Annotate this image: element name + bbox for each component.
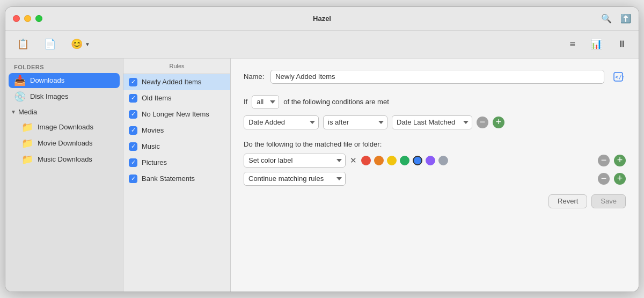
actions-section: Do the following to the matched file or … [244, 140, 626, 186]
color-dot-green[interactable] [400, 156, 409, 165]
add-rule-icon: 📄 [44, 38, 56, 50]
name-row: Name: </> [244, 69, 626, 84]
action-row-2: Continue matching rules Stop processing … [244, 172, 626, 186]
color-dot-blue[interactable] [413, 156, 422, 165]
color-dots [361, 156, 448, 165]
sidebar-item-movie-downloads-label: Movie Downloads [38, 139, 93, 147]
filter-icon: ≡ [569, 39, 575, 50]
rule-checkbox-movies[interactable]: ✓ [129, 126, 137, 135]
color-dot-orange[interactable] [374, 156, 384, 165]
add-folder-button[interactable]: 📋 [14, 36, 32, 52]
add-action-1-button[interactable]: + [614, 155, 626, 166]
conditions-suffix: of the following conditions are met [283, 98, 389, 106]
name-label: Name: [244, 72, 264, 81]
window-title: Hazel [313, 14, 331, 23]
match-type-select[interactable]: all any [252, 95, 279, 109]
rule-checkbox-newly-added[interactable]: ✓ [129, 78, 137, 86]
close-button[interactable] [13, 15, 20, 22]
sidebar-item-movie-downloads[interactable]: 📁 Movie Downloads [9, 136, 120, 151]
rule-item-music[interactable]: ✓ Music [123, 139, 230, 155]
rule-checkbox-old-items[interactable]: ✓ [129, 94, 137, 103]
sidebar-group-media-label: Media [18, 108, 37, 116]
titlebar-actions: 🔍 ⬆️ [601, 13, 631, 24]
share-icon[interactable]: ⬆️ [620, 13, 631, 24]
action-1-select[interactable]: Set color label Move to Folder Copy to F… [244, 154, 346, 168]
downloads-folder-icon: 📥 [14, 76, 26, 85]
script-icon-button[interactable]: </> [611, 69, 626, 84]
main-content: Folders 📥 Downloads 💿 Disk Images ▼ Medi… [5, 59, 639, 292]
rule-checkbox-pictures[interactable]: ✓ [129, 158, 137, 167]
rule-item-old-items[interactable]: ✓ Old Items [123, 90, 230, 106]
sidebar-group-media[interactable]: ▼ Media [5, 105, 123, 119]
add-action-2-button[interactable]: + [614, 173, 626, 185]
color-dot-purple[interactable] [426, 156, 435, 165]
rule-label-bank-statements: Bank Statements [142, 175, 195, 183]
actions-section-label: Do the following to the matched file or … [244, 140, 626, 148]
search-icon[interactable]: 🔍 [601, 13, 612, 24]
name-input[interactable] [270, 70, 604, 84]
pause-button[interactable]: ⏸ [614, 37, 630, 52]
if-label: If [244, 98, 247, 106]
rule-label-movies: Movies [142, 126, 164, 134]
svg-text:</>: </> [615, 74, 624, 81]
sidebar-item-downloads[interactable]: 📥 Downloads [9, 73, 120, 88]
emoji-icon: 😊 [71, 38, 83, 50]
remove-condition-button[interactable]: − [477, 117, 488, 128]
rule-item-movies[interactable]: ✓ Movies [123, 122, 230, 139]
maximize-button[interactable] [35, 15, 42, 22]
stats-icon: 📊 [590, 38, 602, 50]
add-rule-button[interactable]: 📄 [41, 36, 59, 52]
rule-label-no-longer-new: No Longer New Items [142, 110, 209, 118]
condition-field-select[interactable]: Date Added Date Modified Date Last Match… [244, 115, 319, 129]
rule-label-pictures: Pictures [142, 158, 167, 166]
sidebar-section-label: Folders [5, 59, 123, 72]
rule-checkbox-bank-statements[interactable]: ✓ [129, 175, 137, 183]
sidebar-item-image-downloads-label: Image Downloads [38, 123, 93, 131]
rules-panel: Rules ✓ Newly Added Items ✓ Old Items ✓ … [123, 59, 231, 292]
sidebar: Folders 📥 Downloads 💿 Disk Images ▼ Medi… [5, 59, 123, 292]
rule-item-no-longer-new[interactable]: ✓ No Longer New Items [123, 106, 230, 122]
minimize-button[interactable] [24, 15, 31, 22]
rule-item-bank-statements[interactable]: ✓ Bank Statements [123, 171, 230, 187]
action-1-clear-button[interactable]: ✕ [350, 156, 357, 165]
condition-value-select[interactable]: Date Last Matched Today Yesterday [392, 115, 472, 129]
rule-item-pictures[interactable]: ✓ Pictures [123, 155, 230, 171]
group-chevron-icon: ▼ [11, 109, 16, 115]
remove-action-2-button[interactable]: − [598, 173, 610, 185]
condition-op-select[interactable]: is after is before is [323, 115, 387, 129]
save-button[interactable]: Save [591, 194, 626, 208]
titlebar: Hazel 🔍 ⬆️ [5, 7, 639, 31]
conditions-header-row: If all any of the following conditions a… [244, 95, 626, 109]
revert-button[interactable]: Revert [548, 194, 587, 208]
footer-buttons: Revert Save [244, 194, 626, 208]
color-dot-red[interactable] [361, 156, 371, 165]
action-row-1: Set color label Move to Folder Copy to F… [244, 154, 626, 168]
add-condition-button[interactable]: + [493, 117, 504, 128]
main-window: Hazel 🔍 ⬆️ 📋 📄 😊 ▼ ≡ 📊 ⏸ Fold [5, 7, 639, 292]
color-dot-gray[interactable] [438, 156, 448, 165]
rule-item-newly-added[interactable]: ✓ Newly Added Items [123, 74, 230, 90]
sidebar-item-disk-images[interactable]: 💿 Disk Images [9, 89, 120, 104]
detail-panel: Name: </> If all any of the f [231, 59, 639, 292]
conditions-section: If all any of the following conditions a… [244, 95, 626, 129]
stats-button[interactable]: 📊 [587, 36, 605, 52]
pause-icon: ⏸ [617, 39, 627, 50]
remove-action-1-button[interactable]: − [598, 155, 610, 166]
rule-checkbox-music[interactable]: ✓ [129, 142, 137, 151]
sidebar-item-music-downloads[interactable]: 📁 Music Downloads [9, 152, 120, 167]
rule-label-newly-added: Newly Added Items [142, 78, 201, 86]
color-dot-yellow[interactable] [387, 156, 397, 165]
add-folder-icon: 📋 [17, 38, 29, 50]
image-downloads-icon: 📁 [21, 122, 33, 132]
traffic-lights [13, 15, 42, 22]
rule-label-music: Music [142, 142, 160, 150]
rule-checkbox-no-longer-new[interactable]: ✓ [129, 110, 137, 119]
emoji-button[interactable]: 😊 ▼ [68, 36, 93, 52]
sidebar-item-image-downloads[interactable]: 📁 Image Downloads [9, 120, 120, 135]
sidebar-item-downloads-label: Downloads [30, 76, 64, 84]
movie-downloads-icon: 📁 [21, 139, 33, 148]
filter-button[interactable]: ≡ [566, 37, 579, 52]
chevron-icon: ▼ [85, 41, 90, 47]
action-2-select[interactable]: Continue matching rules Stop processing … [244, 172, 346, 186]
sidebar-item-disk-images-label: Disk Images [30, 92, 69, 100]
